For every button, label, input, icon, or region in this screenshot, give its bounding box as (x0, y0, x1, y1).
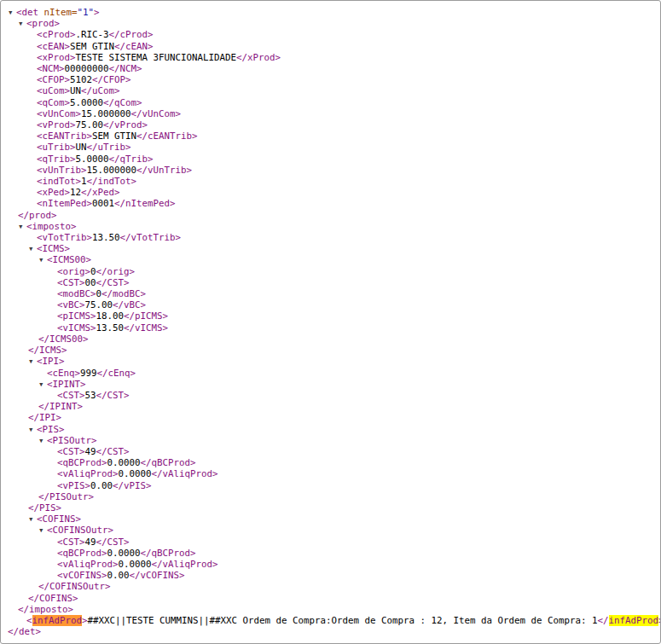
xml-node-line: <cEnq>999</cEnq> (38, 368, 658, 379)
xml-children: <CST>53</CST> (49, 390, 658, 401)
xml-open-tag: <CFOP> (37, 74, 70, 85)
xml-open-tag: <modBC> (57, 288, 96, 299)
xml-close-tag: </vBC> (113, 299, 146, 310)
xml-open-tag: <vUnTrib> (37, 165, 87, 176)
xml-open-tag: <vUnCom> (37, 108, 81, 119)
collapse-arrow-icon[interactable]: ▾ (18, 18, 26, 29)
xml-folder: ▾<IPI><cEnq>999</cEnq>▾<IPINT><CST>53</C… (28, 356, 658, 423)
xml-children: ▾<prod><cProd>.RIC-3</cProd><cEAN>SEM GT… (18, 18, 658, 626)
collapse-arrow-icon[interactable]: ▾ (28, 424, 37, 435)
xml-children: <cProd>.RIC-3</cProd><cEAN>SEM GTIN</cEA… (28, 29, 658, 209)
xml-close-tag: </vAliqProd> (152, 559, 218, 570)
xml-close-tag: </ (598, 615, 609, 626)
xml-text-value: 999 (80, 368, 97, 379)
xml-open-tag: <CST> (57, 537, 85, 548)
collapse-arrow-icon[interactable]: ▾ (28, 513, 37, 525)
xml-close-tag: </uCom> (81, 85, 120, 96)
xml-node-line: </PIS> (28, 502, 658, 513)
xml-text-value: 49 (85, 537, 96, 548)
xml-viewer: ▾<det nItem="1">▾<prod><cProd>.RIC-3</cP… (0, 0, 661, 644)
xml-close-tag: </xProd> (236, 52, 281, 63)
xml-node-line: </ICMS> (28, 345, 658, 356)
collapse-arrow-icon[interactable]: ▾ (28, 356, 37, 367)
xml-close-tag: </cProd> (109, 29, 154, 40)
xml-open-tag: > (94, 7, 100, 18)
xml-open-tag: <vProd> (37, 119, 76, 131)
xml-close-tag: </prod> (18, 210, 57, 221)
xml-attribute-name: nItem= (44, 7, 78, 18)
xml-node-line: </prod> (18, 210, 658, 221)
xml-close-tag: </COFINS> (28, 593, 78, 604)
xml-close-tag: </cEnq> (97, 368, 136, 379)
xml-close-tag: </PIS> (28, 502, 61, 513)
xml-node-line: </COFINS> (28, 593, 658, 604)
xml-open-tag: <prod> (26, 18, 60, 29)
xml-children: <vTotTrib>13.50</vTotTrib>▾<ICMS>▾<ICMS0… (28, 232, 658, 604)
xml-node-line: <vTotTrib>13.50</vTotTrib> (28, 232, 658, 243)
xml-text-value: ##XXC||TESTE CUMMINS||##XXC Ordem de Com… (88, 615, 598, 626)
collapse-arrow-icon[interactable]: ▾ (38, 525, 47, 536)
xml-node-line: <pICMS>18.00</pICMS> (49, 310, 658, 322)
xml-text-value: 0001 (92, 198, 114, 209)
xml-node-line: </COFINSOutr> (38, 581, 658, 592)
xml-open-tag: <pICMS> (57, 310, 96, 322)
xml-node-line: <vUnCom>15.000000</vUnCom> (28, 108, 658, 119)
xml-text-value: .RIC-3 (76, 29, 109, 40)
collapse-arrow-icon[interactable]: ▾ (28, 243, 37, 254)
xml-text-value: 15.000000 (87, 165, 137, 176)
xml-open-tag: <qCom> (37, 97, 70, 108)
xml-node-line: <nItemPed>0001</nItemPed> (28, 198, 658, 209)
xml-close-tag: </vCOFINS> (130, 570, 185, 581)
xml-open-tag: <det (16, 7, 44, 18)
xml-children: <CST>49</CST><qBCProd>0.0000</qBCProd><v… (49, 537, 658, 582)
xml-folder: ▾<ICMS>▾<ICMS00><orig>0</orig><CST>00</C… (28, 243, 658, 356)
xml-open-tag: <CST> (57, 277, 85, 288)
xml-open-tag: <orig> (57, 266, 90, 277)
xml-folder: ▾<COFINS>▾<COFINSOutr><CST>49</CST><qBCP… (28, 513, 658, 604)
collapse-arrow-icon[interactable]: ▾ (38, 435, 47, 446)
xml-children: ▾<ICMS00><orig>0</orig><CST>00</CST><mod… (38, 254, 658, 345)
xml-close-tag: </vTotTrib> (120, 232, 182, 243)
xml-close-tag: </imposto> (18, 604, 73, 615)
xml-close-tag: </indTot> (87, 176, 137, 187)
xml-open-tag: <xPed> (37, 187, 70, 198)
xml-node-line: <qBCProd>0.0000</qBCProd> (49, 457, 658, 468)
xml-close-tag: </uTrib> (87, 142, 131, 153)
collapse-arrow-icon[interactable]: ▾ (38, 254, 47, 265)
collapse-arrow-icon[interactable]: ▾ (18, 221, 26, 232)
xml-close-tag: </vProd> (103, 119, 148, 131)
xml-folder: ▾<COFINSOutr><CST>49</CST><qBCProd>0.000… (38, 525, 658, 592)
collapse-arrow-icon[interactable]: ▾ (8, 7, 16, 18)
xml-node-line: ▾<det nItem="1"> (8, 7, 658, 18)
xml-open-tag: < (26, 615, 32, 626)
xml-text-value: 0.0000 (119, 468, 152, 479)
xml-text-value: TESTE SISTEMA 3FUNCIONALIDADE (76, 52, 237, 63)
search-highlight-active: infAdProd (32, 615, 83, 626)
xml-node-line: <vProd>75.00</vProd> (28, 119, 658, 131)
xml-text-value: 5.0000 (70, 97, 103, 108)
xml-close-tag: </modBC> (101, 288, 146, 299)
xml-open-tag: <vICMS> (57, 322, 96, 334)
xml-open-tag: <PISOutr> (47, 435, 97, 446)
xml-close-tag: </ICMS00> (38, 334, 89, 345)
xml-attribute-value: "1" (78, 7, 95, 18)
xml-open-tag: <uCom> (37, 85, 70, 96)
xml-close-tag: </vICMS> (124, 322, 168, 334)
xml-open-tag: <qTrib> (37, 154, 76, 165)
xml-folder: ▾<imposto><vTotTrib>13.50</vTotTrib>▾<IC… (18, 221, 658, 615)
xml-node-line: ▾<COFINS> (28, 513, 658, 525)
xml-node-line: <infAdProd>##XXC||TESTE CUMMINS||##XXC O… (18, 615, 658, 626)
xml-open-tag: <ICMS00> (47, 254, 91, 265)
xml-node-line: <cEANTrib>SEM GTIN</cEANTrib> (28, 131, 658, 142)
xml-close-tag: </vPIS> (113, 480, 152, 491)
xml-node-line: </imposto> (18, 604, 658, 615)
xml-open-tag: <indTot> (37, 176, 81, 187)
xml-open-tag: <cEAN> (37, 41, 70, 52)
collapse-arrow-icon[interactable]: ▾ (38, 379, 47, 390)
xml-children: ▾<COFINSOutr><CST>49</CST><qBCProd>0.000… (38, 525, 658, 592)
xml-node-line: <xProd>TESTE SISTEMA 3FUNCIONALIDADE</xP… (28, 52, 658, 63)
xml-text-value: 0.00 (107, 570, 130, 581)
xml-node-line: </det> (8, 626, 658, 637)
xml-close-tag: </nItemPed> (114, 198, 176, 209)
xml-text-value: 49 (85, 446, 96, 457)
